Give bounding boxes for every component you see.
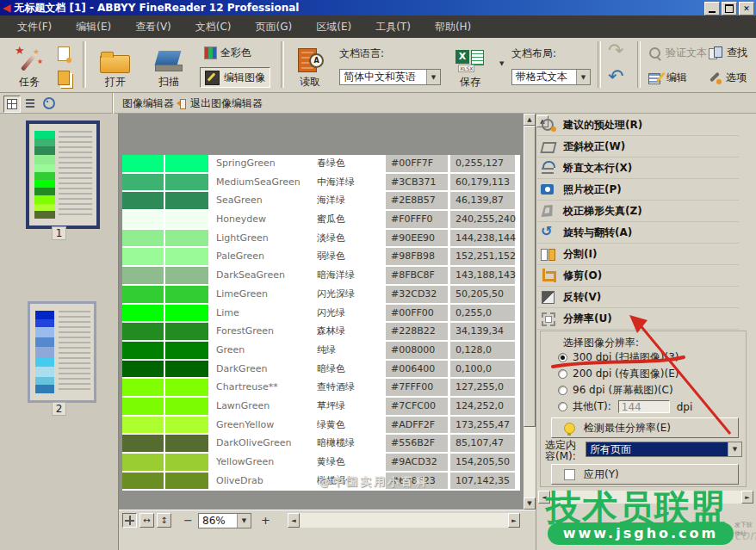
color-rgb: 127,255,0 [450, 379, 515, 396]
menu-item[interactable]: 页面(G) [244, 15, 305, 38]
custom-dpi-input[interactable]: 144 [618, 400, 670, 413]
scroll-up-icon[interactable]: ▲ [524, 114, 536, 126]
sidebar-tool-split[interactable]: 分割(I) [537, 244, 739, 265]
scan-button[interactable]: 扫描 [145, 40, 193, 90]
color-rgb: 34,139,34 [450, 323, 515, 340]
language-select[interactable]: 简体中文和英语 [339, 69, 441, 85]
sidebar-tool-preprocess[interactable]: 建议的预处理(R) [537, 114, 739, 136]
canvas-horizontal-scrollbar[interactable]: ◄ ► [288, 513, 520, 528]
menu-item[interactable]: 区域(E) [304, 15, 363, 38]
verify-text-button[interactable]: 验证文本 [644, 42, 711, 63]
table-row: Lime 闪光绿 #00FF00 0,255,0 [122, 305, 520, 322]
excel-save-icon [455, 50, 485, 73]
open-button[interactable]: 打开 [91, 40, 139, 90]
color-name: DarkOliveGreen [209, 435, 317, 452]
sidebar-tool-invert[interactable]: 反转(V) [537, 287, 739, 308]
resolution-other-option[interactable]: 其他(T): 144 dpi [558, 399, 692, 414]
menu-item[interactable]: 查看(V) [123, 15, 183, 38]
exit-image-editor-button[interactable]: 退出图像编辑器 [172, 93, 263, 114]
canvas-vertical-scrollbar[interactable]: ▲ ▼ [524, 114, 536, 510]
selection-select[interactable]: 所有页面 [586, 442, 742, 457]
color-hex: #F0FFF0 [386, 211, 448, 228]
list-view-button[interactable] [22, 96, 38, 111]
radio-icon [558, 369, 567, 379]
color-swatch [165, 473, 208, 490]
back-arrow-icon [172, 98, 186, 108]
resolution-radio-option[interactable]: 300 dpi (扫描图像)(3) [558, 350, 679, 365]
sidebar-tool-crop[interactable]: 修剪(O) [537, 265, 739, 287]
sidebar-tool-resolution[interactable]: 分辨率(U) [537, 308, 739, 330]
resolution-radio-option[interactable]: 96 dpi (屏幕截图)(C) [558, 383, 673, 398]
sidebar-tool-photo-correct[interactable]: 照片校正(P) [537, 179, 739, 201]
color-swatch [122, 398, 164, 415]
edit-image-button[interactable]: 编辑图像 [200, 67, 270, 88]
zoom-out-button[interactable]: − [181, 513, 195, 528]
resolution-radio-option[interactable]: 200 dpi (传真图像)(E) [558, 367, 679, 381]
color-swatch [165, 267, 208, 284]
color-swatch [165, 230, 208, 247]
color-rgb: 50,205,50 [450, 286, 515, 303]
image-watermark-text: @中国实用小百科 [319, 474, 429, 490]
page-thumbnail-2[interactable] [28, 301, 96, 403]
color-swatch [165, 417, 208, 434]
options-button[interactable]: 选项 [704, 67, 751, 88]
lightbulb-icon [564, 423, 575, 434]
close-icon[interactable] [739, 2, 754, 15]
full-color-button[interactable]: 全彩色 [200, 42, 256, 63]
menu-item[interactable]: 文档(C) [183, 15, 244, 38]
scroll-right-icon[interactable]: ► [508, 513, 520, 528]
read-button[interactable]: 读取 [288, 40, 332, 90]
task-button[interactable]: ★★★ 任务 [7, 40, 52, 90]
sidebar-tool-rotate[interactable]: 旋转与翻转(A) [537, 222, 739, 244]
save-dropdown-arrow-icon[interactable]: ▼ [499, 60, 504, 67]
chevron-down-icon[interactable] [728, 442, 741, 456]
color-swatch [122, 192, 164, 209]
apply-button[interactable]: 应用(Y) [551, 464, 739, 485]
detect-resolution-button[interactable]: 检测最佳分辨率(E) [551, 417, 739, 438]
toolbar-separator [281, 41, 284, 88]
sidebar-tool-trapezoid[interactable]: 校正梯形失真(Z) [537, 201, 739, 222]
page-thumbnail-1[interactable] [26, 121, 100, 229]
color-chinese-name: 弱绿色 [317, 248, 386, 265]
chevron-down-icon[interactable] [426, 70, 440, 84]
zoom-in-button[interactable]: + [258, 513, 273, 528]
layout-select[interactable]: 带格式文本 [511, 69, 591, 85]
pan-tool-icon[interactable] [122, 513, 137, 528]
color-hex: #7CFC00 [386, 398, 448, 415]
menu-item[interactable]: 文件(F) [5, 15, 64, 38]
scroll-left-icon[interactable]: ◄ [288, 513, 300, 528]
scrollbar-thumb[interactable] [524, 126, 536, 427]
redo-icon[interactable]: ↷ [608, 40, 623, 62]
image-canvas[interactable]: @中国实用小百科 SpringGreen 春绿色 #00FF7F 0,255,1… [119, 114, 524, 510]
split-icon [541, 247, 556, 261]
panel-settings-button[interactable] [41, 96, 57, 111]
chevron-down-icon[interactable] [237, 514, 251, 528]
save-button[interactable]: 保存 [448, 40, 493, 90]
minimize-icon[interactable] [704, 2, 720, 15]
find-button[interactable]: 查找 [704, 42, 752, 63]
menu-item[interactable]: 工具(T) [363, 15, 423, 38]
maximize-icon[interactable] [722, 2, 737, 15]
fit-width-icon[interactable]: ↔ [139, 513, 154, 528]
chevron-down-icon[interactable] [576, 70, 590, 84]
watermark-url: www.jsgho.com [548, 522, 734, 545]
color-swatch [122, 454, 164, 471]
color-rgb: 0,255,127 [450, 155, 515, 172]
menu-item[interactable]: 编辑(E) [64, 15, 123, 38]
fit-height-icon[interactable]: ↕ [157, 513, 171, 528]
table-row: DarkOliveGreen 暗橄榄绿 #556B2F 85,107,47 [122, 435, 520, 452]
thumbnail-view-button[interactable] [3, 96, 21, 113]
menu-item[interactable]: 帮助(H) [423, 15, 483, 38]
sidebar-tool-deskew[interactable]: 歪斜校正(W) [537, 136, 739, 158]
undo-icon[interactable]: ↶ [608, 65, 623, 88]
zoom-level-select[interactable]: 86% [198, 513, 251, 528]
color-swatch [122, 230, 164, 247]
table-row: LimeGreen 闪光深绿 #32CD32 50,205,50 [122, 286, 520, 303]
scroll-down-icon[interactable]: ▼ [524, 497, 536, 510]
new-page-button[interactable] [53, 43, 74, 64]
copy-page-button[interactable] [53, 67, 74, 88]
edit-button[interactable]: 编辑 [644, 67, 691, 88]
sidebar-tool-straighten[interactable]: 矫直文本行(X) [537, 158, 739, 179]
trapezoid-icon [541, 204, 556, 218]
table-row: GreenYellow 绿黄色 #ADFF2F 173,255,47 [122, 417, 520, 434]
